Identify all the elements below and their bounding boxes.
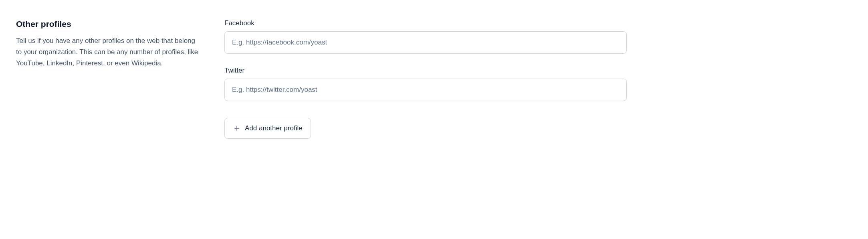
twitter-field: Twitter <box>224 67 627 101</box>
facebook-field: Facebook <box>224 19 627 54</box>
section-title: Other profiles <box>16 19 200 29</box>
section-description: Tell us if you have any other profiles o… <box>16 35 200 69</box>
profile-fields: Facebook Twitter Add another profile <box>224 19 627 139</box>
section-sidebar: Other profiles Tell us if you have any o… <box>16 19 200 139</box>
other-profiles-section: Other profiles Tell us if you have any o… <box>16 19 627 139</box>
add-profile-button[interactable]: Add another profile <box>224 118 311 139</box>
plus-icon <box>233 124 241 132</box>
twitter-input[interactable] <box>224 79 627 101</box>
add-profile-button-label: Add another profile <box>245 124 303 132</box>
facebook-label: Facebook <box>224 19 627 27</box>
twitter-label: Twitter <box>224 67 627 75</box>
facebook-input[interactable] <box>224 31 627 54</box>
